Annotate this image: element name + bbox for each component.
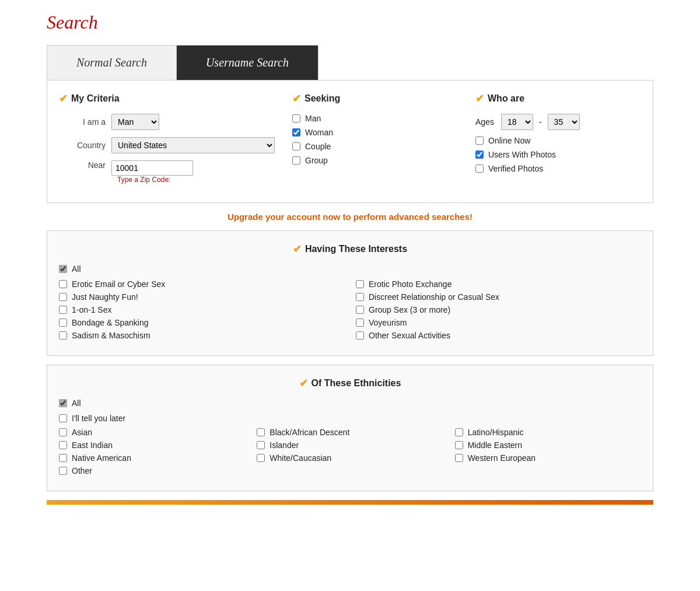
interest-other-sexual-checkbox[interactable] (356, 331, 364, 340)
ethnicity-latino-checkbox[interactable] (455, 428, 463, 436)
ethnicity-native-american-label: Native American (72, 453, 131, 463)
seeking-man-checkbox[interactable] (292, 114, 300, 123)
who-section-label: Who are (488, 93, 524, 104)
ethnicity-western-european-row: Western European (455, 453, 641, 463)
ethnicity-east-indian-checkbox[interactable] (59, 441, 67, 449)
ethnicity-white-row: White/Caucasian (257, 453, 443, 463)
age-min-select[interactable]: 18192021 25303540 (501, 114, 533, 130)
seeking-section-label: Seeking (304, 93, 340, 104)
interests-checkmark-icon: ✔ (293, 243, 302, 256)
ethnicity-black-checkbox[interactable] (257, 428, 265, 436)
ethnicity-other-label: Other (72, 466, 92, 475)
upgrade-banner[interactable]: Upgrade your account now to perform adva… (47, 212, 653, 222)
seeking-group-checkbox[interactable] (292, 156, 300, 165)
age-max-select[interactable]: 18192025 30354045 50556065 (548, 114, 580, 130)
ethnicity-white-checkbox[interactable] (257, 454, 265, 462)
zip-hint: Type a Zip Code: (117, 176, 193, 184)
interest-erotic-email-checkbox[interactable] (59, 280, 67, 288)
interest-voyeurism-row: Voyeurism (356, 318, 641, 327)
i-am-a-select[interactable]: Man Woman Couple Group (111, 114, 159, 130)
interests-grid: Erotic Email or Cyber Sex Just Naughty F… (59, 279, 641, 344)
interest-group-sex-checkbox[interactable] (356, 306, 364, 314)
criteria-checkmark-icon: ✔ (59, 92, 68, 105)
i-am-a-label: I am a (59, 117, 106, 127)
interests-section: ✔ Having These Interests All Erotic Emai… (47, 230, 653, 356)
users-with-photos-checkbox[interactable] (475, 151, 484, 159)
ethnicity-black-row: Black/African Descent (257, 428, 443, 437)
interest-sadism-label: Sadism & Masochism (72, 331, 150, 340)
ethnicity-islander-checkbox[interactable] (257, 441, 265, 449)
ethnicity-other-checkbox[interactable] (59, 467, 67, 475)
interests-section-label: Having These Interests (305, 244, 407, 254)
ethnicities-grid: Asian East Indian Native American Other (59, 428, 641, 479)
ethnicity-asian-row: Asian (59, 428, 245, 437)
tab-username-search[interactable]: Username Search (177, 46, 318, 80)
country-label: Country (59, 141, 106, 150)
verified-photos-label: Verified Photos (488, 164, 543, 173)
seeking-man-label: Man (305, 114, 321, 123)
interest-erotic-email-label: Erotic Email or Cyber Sex (72, 279, 165, 289)
ethnicity-western-european-label: Western European (468, 453, 536, 463)
ethnicity-latino-label: Latino/Hispanic (468, 428, 524, 437)
interest-naughty-fun-checkbox[interactable] (59, 293, 67, 301)
interest-erotic-photo-label: Erotic Photo Exchange (369, 279, 452, 289)
interest-erotic-photo-row: Erotic Photo Exchange (356, 279, 641, 289)
ethnicity-white-label: White/Caucasian (270, 453, 331, 463)
ethnicity-tell-later-label: I'll tell you later (72, 414, 125, 423)
seeking-woman-label: Woman (305, 128, 333, 137)
ethnicity-middle-eastern-row: Middle Eastern (455, 440, 641, 450)
interest-sadism-row: Sadism & Masochism (59, 331, 344, 340)
interest-naughty-fun-row: Just Naughty Fun! (59, 292, 344, 302)
ethnicities-all-label: All (72, 398, 81, 408)
interest-1on1-checkbox[interactable] (59, 306, 67, 314)
ethnicities-all-checkbox[interactable] (59, 399, 67, 407)
interests-all-checkbox[interactable] (59, 265, 67, 273)
seeking-couple-label: Couple (305, 142, 331, 151)
interest-other-sexual-row: Other Sexual Activities (356, 331, 641, 340)
interest-other-sexual-label: Other Sexual Activities (369, 331, 450, 340)
online-now-checkbox[interactable] (475, 137, 484, 145)
interest-group-sex-label: Group Sex (3 or more) (369, 305, 450, 314)
ethnicity-asian-checkbox[interactable] (59, 428, 67, 436)
zip-input[interactable] (111, 160, 193, 176)
country-select[interactable]: United States Canada United Kingdom (111, 137, 275, 153)
ethnicity-native-american-checkbox[interactable] (59, 454, 67, 462)
interest-1on1-row: 1-on-1 Sex (59, 305, 344, 314)
interest-bondage-row: Bondage & Spanking (59, 318, 344, 327)
ethnicity-east-indian-row: East Indian (59, 440, 245, 450)
ethnicity-middle-eastern-label: Middle Eastern (468, 440, 522, 450)
ethnicity-black-label: Black/African Descent (270, 428, 349, 437)
ethnicity-western-european-checkbox[interactable] (455, 454, 463, 462)
interest-discreet-checkbox[interactable] (356, 293, 364, 301)
verified-photos-checkbox[interactable] (475, 165, 484, 173)
interest-bondage-checkbox[interactable] (59, 319, 67, 327)
interest-sadism-checkbox[interactable] (59, 331, 67, 340)
online-now-label: Online Now (488, 136, 530, 145)
seeking-couple-row: Couple (292, 142, 458, 151)
users-with-photos-label: Users With Photos (488, 150, 556, 159)
ethnicity-tell-later-row: I'll tell you later (59, 414, 641, 423)
ethnicity-east-indian-label: East Indian (72, 440, 113, 450)
ethnicity-middle-eastern-checkbox[interactable] (455, 441, 463, 449)
ethnicity-latino-row: Latino/Hispanic (455, 428, 641, 437)
verified-photos-row: Verified Photos (475, 164, 641, 173)
interest-bondage-label: Bondage & Spanking (72, 318, 149, 327)
criteria-section: ✔ My Criteria I am a Man Woman Couple Gr… (47, 80, 653, 203)
ethnicity-islander-label: Islander (270, 440, 299, 450)
seeking-group-label: Group (305, 156, 328, 165)
seeking-checkmark-icon: ✔ (292, 92, 301, 105)
ethnicity-tell-later-checkbox[interactable] (59, 414, 67, 422)
interest-voyeurism-checkbox[interactable] (356, 319, 364, 327)
interest-discreet-row: Discreet Relationship or Casual Sex (356, 292, 641, 302)
ethnicity-other-row: Other (59, 466, 245, 475)
interest-erotic-photo-checkbox[interactable] (356, 280, 364, 288)
seeking-couple-checkbox[interactable] (292, 142, 300, 151)
ethnicity-islander-row: Islander (257, 440, 443, 450)
near-label: Near (59, 160, 106, 170)
interest-erotic-email-row: Erotic Email or Cyber Sex (59, 279, 344, 289)
criteria-section-label: My Criteria (71, 93, 120, 104)
online-now-row: Online Now (475, 136, 641, 145)
seeking-col: ✔ Seeking Man Woman Couple Group (281, 92, 458, 191)
seeking-woman-checkbox[interactable] (292, 128, 300, 137)
tab-normal-search[interactable]: Normal Search (47, 46, 177, 80)
